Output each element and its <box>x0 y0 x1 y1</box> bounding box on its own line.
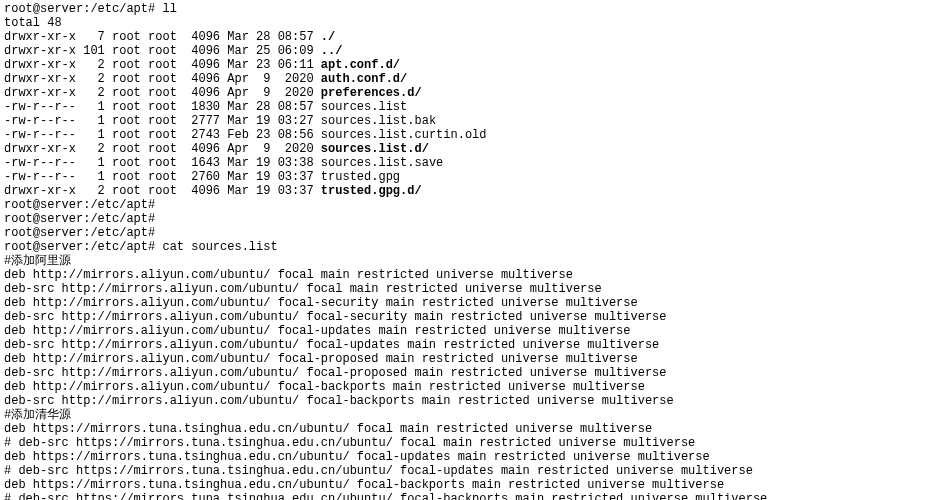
terminal-line: deb https://mirrors.tuna.tsinghua.edu.cn… <box>4 450 936 464</box>
ls-dir-name: preferences.d/ <box>321 86 422 100</box>
terminal-line: -rw-r--r-- 1 root root 1830 Mar 28 08:57… <box>4 100 936 114</box>
terminal-line: root@server:/etc/apt# <box>4 212 936 226</box>
ls-file-name: sources.list.bak <box>321 114 436 128</box>
terminal-line: # deb-src https://mirrors.tuna.tsinghua.… <box>4 436 936 450</box>
terminal-line: -rw-r--r-- 1 root root 1643 Mar 19 03:38… <box>4 156 936 170</box>
terminal-line: deb-src http://mirrors.aliyun.com/ubuntu… <box>4 310 936 324</box>
terminal-line: drwxr-xr-x 2 root root 4096 Apr 9 2020 s… <box>4 142 936 156</box>
terminal-line: deb http://mirrors.aliyun.com/ubuntu/ fo… <box>4 352 936 366</box>
terminal-output[interactable]: root@server:/etc/apt# lltotal 48drwxr-xr… <box>0 0 940 500</box>
terminal-line: root@server:/etc/apt# <box>4 198 936 212</box>
terminal-line: drwxr-xr-x 7 root root 4096 Mar 28 08:57… <box>4 30 936 44</box>
terminal-line: total 48 <box>4 16 936 30</box>
terminal-line: -rw-r--r-- 1 root root 2743 Feb 23 08:56… <box>4 128 936 142</box>
terminal-line: # deb-src https://mirrors.tuna.tsinghua.… <box>4 464 936 478</box>
terminal-line: deb http://mirrors.aliyun.com/ubuntu/ fo… <box>4 296 936 310</box>
terminal-line: deb-src http://mirrors.aliyun.com/ubuntu… <box>4 366 936 380</box>
ls-dir-name: apt.conf.d/ <box>321 58 400 72</box>
ls-file-name: sources.list.save <box>321 156 443 170</box>
terminal-line: deb http://mirrors.aliyun.com/ubuntu/ fo… <box>4 380 936 394</box>
terminal-line: -rw-r--r-- 1 root root 2760 Mar 19 03:37… <box>4 170 936 184</box>
terminal-line: #添加阿里源 <box>4 254 936 268</box>
terminal-line: root@server:/etc/apt# ll <box>4 2 936 16</box>
terminal-line: # deb-src https://mirrors.tuna.tsinghua.… <box>4 492 936 500</box>
ls-file-name: sources.list <box>321 100 407 114</box>
terminal-line: deb https://mirrors.tuna.tsinghua.edu.cn… <box>4 422 936 436</box>
ls-dir-name: trusted.gpg.d/ <box>321 184 422 198</box>
ls-dir-name: ./ <box>321 30 335 44</box>
terminal-line: root@server:/etc/apt# cat sources.list <box>4 240 936 254</box>
terminal-line: -rw-r--r-- 1 root root 2777 Mar 19 03:27… <box>4 114 936 128</box>
terminal-line: drwxr-xr-x 2 root root 4096 Mar 23 06:11… <box>4 58 936 72</box>
terminal-line: drwxr-xr-x 2 root root 4096 Mar 19 03:37… <box>4 184 936 198</box>
terminal-line: deb-src http://mirrors.aliyun.com/ubuntu… <box>4 394 936 408</box>
terminal-line: deb-src http://mirrors.aliyun.com/ubuntu… <box>4 282 936 296</box>
terminal-line: drwxr-xr-x 101 root root 4096 Mar 25 06:… <box>4 44 936 58</box>
ls-file-name: sources.list.curtin.old <box>321 128 487 142</box>
terminal-line: deb https://mirrors.tuna.tsinghua.edu.cn… <box>4 478 936 492</box>
terminal-line: #添加清华源 <box>4 408 936 422</box>
ls-dir-name: sources.list.d/ <box>321 142 429 156</box>
terminal-line: deb-src http://mirrors.aliyun.com/ubuntu… <box>4 338 936 352</box>
ls-file-name: trusted.gpg <box>321 170 400 184</box>
terminal-line: deb http://mirrors.aliyun.com/ubuntu/ fo… <box>4 324 936 338</box>
terminal-line: drwxr-xr-x 2 root root 4096 Apr 9 2020 a… <box>4 72 936 86</box>
ls-dir-name: ../ <box>321 44 343 58</box>
terminal-line: root@server:/etc/apt# <box>4 226 936 240</box>
ls-dir-name: auth.conf.d/ <box>321 72 407 86</box>
terminal-line: deb http://mirrors.aliyun.com/ubuntu/ fo… <box>4 268 936 282</box>
terminal-line: drwxr-xr-x 2 root root 4096 Apr 9 2020 p… <box>4 86 936 100</box>
